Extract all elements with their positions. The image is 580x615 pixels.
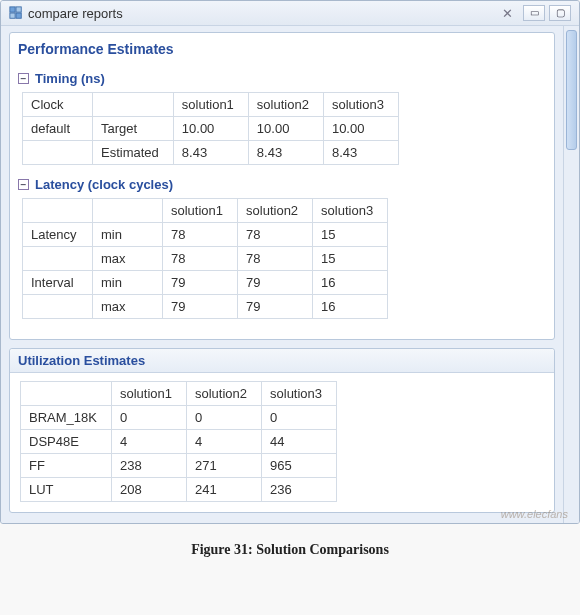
cell: 0 [111,406,186,430]
latency-section: − Latency (clock cycles) solution1 solut… [18,175,546,319]
col-header: solution1 [163,199,238,223]
cell: 15 [313,223,388,247]
cell: Interval [23,271,93,295]
cell: 10.00 [323,117,398,141]
table-row: default Target 10.00 10.00 10.00 [23,117,399,141]
cell: 241 [186,478,261,502]
utilization-panel: Utilization Estimates solution1 solution… [9,348,555,513]
vertical-scrollbar[interactable] [563,26,579,523]
cell: 16 [313,295,388,319]
cell [23,247,93,271]
cell: Estimated [93,141,174,165]
cell: Latency [23,223,93,247]
col-header: solution1 [111,382,186,406]
performance-title: Performance Estimates [16,37,548,65]
cell: 15 [313,247,388,271]
table-row: Estimated 8.43 8.43 8.43 [23,141,399,165]
timing-header[interactable]: − Timing (ns) [18,69,546,92]
cell: 8.43 [173,141,248,165]
cell: min [93,223,163,247]
cell: 271 [186,454,261,478]
col-header: solution2 [238,199,313,223]
cell: 8.43 [323,141,398,165]
scroll-thumb[interactable] [566,30,577,150]
timing-table: Clock solution1 solution2 solution3 defa… [22,92,399,165]
table-row: solution1 solution2 solution3 [21,382,337,406]
cell: 238 [111,454,186,478]
table-row: max 79 79 16 [23,295,388,319]
col-header [93,93,174,117]
table-row: Interval min 79 79 16 [23,271,388,295]
cell: 79 [163,271,238,295]
cell: default [23,117,93,141]
close-tab-icon[interactable]: ✕ [502,6,513,21]
cell: 10.00 [248,117,323,141]
table-row: LUT 208 241 236 [21,478,337,502]
table-row: DSP48E 4 4 44 [21,430,337,454]
collapse-icon[interactable]: − [18,73,29,84]
cell: 236 [262,478,337,502]
cell: LUT [21,478,112,502]
figure-caption: Figure 31: Solution Comparisons [0,524,580,566]
cell: 16 [313,271,388,295]
col-header: solution2 [248,93,323,117]
cell: 79 [163,295,238,319]
cell: 78 [163,223,238,247]
cell: max [93,247,163,271]
cell: 965 [262,454,337,478]
window-title: compare reports [28,6,502,21]
table-row: solution1 solution2 solution3 [23,199,388,223]
collapse-icon[interactable]: − [18,179,29,190]
col-header: solution3 [262,382,337,406]
cell: 0 [186,406,261,430]
col-header: solution2 [186,382,261,406]
cell: DSP48E [21,430,112,454]
table-row: Clock solution1 solution2 solution3 [23,93,399,117]
cell: 79 [238,271,313,295]
svg-rect-3 [16,13,21,18]
minimize-button[interactable]: ▭ [523,5,545,21]
cell: 10.00 [173,117,248,141]
cell: 78 [163,247,238,271]
utilization-title: Utilization Estimates [10,349,554,373]
cell: 79 [238,295,313,319]
svg-rect-2 [10,13,15,18]
cell: 8.43 [248,141,323,165]
table-row: FF 238 271 965 [21,454,337,478]
cell: Target [93,117,174,141]
maximize-button[interactable]: ▢ [549,5,571,21]
latency-header[interactable]: − Latency (clock cycles) [18,175,546,198]
col-header: Clock [23,93,93,117]
col-header [23,199,93,223]
cell: 4 [186,430,261,454]
svg-rect-1 [16,7,21,12]
col-header: solution3 [323,93,398,117]
latency-title: Latency (clock cycles) [35,177,173,192]
cell: 78 [238,247,313,271]
svg-rect-0 [10,7,15,12]
col-header [93,199,163,223]
cell: min [93,271,163,295]
table-row: max 78 78 15 [23,247,388,271]
cell: FF [21,454,112,478]
timing-title: Timing (ns) [35,71,105,86]
cell: 78 [238,223,313,247]
compare-reports-window: compare reports ✕ ▭ ▢ Performance Estima… [0,0,580,524]
cell: 208 [111,478,186,502]
cell: max [93,295,163,319]
cell [23,295,93,319]
latency-table: solution1 solution2 solution3 Latency mi… [22,198,388,319]
table-row: Latency min 78 78 15 [23,223,388,247]
performance-panel: Performance Estimates − Timing (ns) Cloc… [9,32,555,340]
cell: BRAM_18K [21,406,112,430]
cell: 4 [111,430,186,454]
col-header [21,382,112,406]
timing-section: − Timing (ns) Clock solution1 solution2 … [18,69,546,165]
cell: 44 [262,430,337,454]
app-icon [9,6,23,20]
col-header: solution3 [313,199,388,223]
cell [23,141,93,165]
titlebar: compare reports ✕ ▭ ▢ [1,1,579,26]
table-row: BRAM_18K 0 0 0 [21,406,337,430]
utilization-table: solution1 solution2 solution3 BRAM_18K 0… [20,381,337,502]
